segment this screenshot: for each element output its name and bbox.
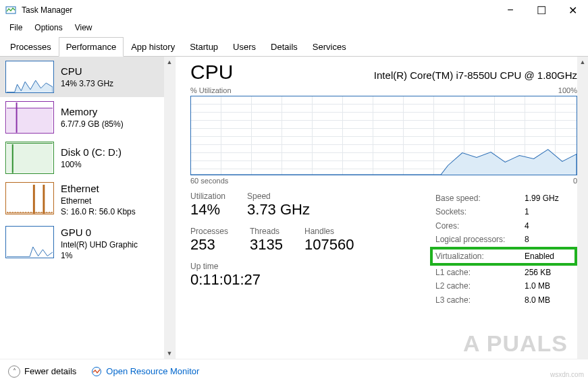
stat-handles: Handles 107560 xyxy=(304,227,354,254)
processes-value: 253 xyxy=(190,236,228,254)
cpu-card-text: CPU 14% 3.73 GHz xyxy=(61,61,113,93)
sidebar-item-ethernet[interactable]: Ethernet Ethernet S: 16.0 R: 56.0 Kbps xyxy=(0,178,164,222)
content-scroll-up-icon[interactable]: ▲ xyxy=(577,57,588,67)
stats-left: Utilization 14% Speed 3.73 GHz Processes… xyxy=(190,192,354,307)
stats-right: Base speed:1.99 GHz Sockets:1 Cores:4 Lo… xyxy=(435,192,577,307)
stat-speed: Speed 3.73 GHz xyxy=(247,192,310,218)
svg-rect-4 xyxy=(7,143,53,173)
gpu-thumbnail xyxy=(5,226,54,258)
disk-thumbnail xyxy=(5,142,54,174)
content-pane: CPU Intel(R) Core(TM) i7-8550U CPU @ 1.8… xyxy=(176,57,588,359)
menu-options[interactable]: Options xyxy=(29,22,68,34)
open-resource-monitor-link[interactable]: Open Resource Monitor xyxy=(91,366,199,377)
disk-card-sub: 100% xyxy=(61,159,122,170)
stat-processes: Processes 253 xyxy=(190,227,228,254)
close-button[interactable]: ✕ xyxy=(557,0,588,20)
minimize-button[interactable]: − xyxy=(495,0,526,20)
tab-strip: Processes Performance App history Startu… xyxy=(0,35,588,57)
window-controls: − ☐ ✕ xyxy=(495,0,588,20)
speed-label: Speed xyxy=(247,192,310,201)
stat-uptime: Up time 0:11:01:27 xyxy=(190,262,354,289)
ethernet-card-text: Ethernet Ethernet S: 16.0 R: 56.0 Kbps xyxy=(61,182,136,218)
handles-label: Handles xyxy=(304,227,354,236)
sidebar-scrollbar[interactable]: ▲ ▼ xyxy=(164,57,175,359)
sidebar-column: CPU 14% 3.73 GHz Memory 6.7/7.9 GB (85%) xyxy=(0,57,176,359)
cpu-card-name: CPU xyxy=(61,65,113,78)
cpu-thumbnail xyxy=(5,61,54,93)
tab-users[interactable]: Users xyxy=(225,37,263,57)
kv-logical: Logical processors:8 xyxy=(435,233,577,246)
threads-value: 3135 xyxy=(250,236,283,254)
gpu-card-name: GPU 0 xyxy=(61,226,138,239)
menu-view[interactable]: View xyxy=(70,22,98,34)
menubar: File Options View xyxy=(0,20,588,35)
kv-cores: Cores:4 xyxy=(435,219,577,233)
watermark-small: wsxdn.com xyxy=(550,371,584,378)
scroll-down-icon[interactable]: ▼ xyxy=(164,348,175,359)
processes-label: Processes xyxy=(190,227,228,236)
page-title: CPU xyxy=(190,61,233,84)
kv-base-speed: Base speed:1.99 GHz xyxy=(435,192,577,205)
fewer-details-label: Fewer details xyxy=(24,366,76,376)
main-area: CPU 14% 3.73 GHz Memory 6.7/7.9 GB (85%) xyxy=(0,57,588,359)
kv-l1: L1 cache:256 KB xyxy=(435,266,577,279)
tab-processes[interactable]: Processes xyxy=(3,37,59,57)
ethernet-card-sub1: Ethernet xyxy=(61,196,136,206)
svg-rect-10 xyxy=(43,185,45,214)
kv-l3: L3 cache:8.0 MB xyxy=(435,293,577,307)
svg-rect-5 xyxy=(12,144,14,173)
sidebar: CPU 14% 3.73 GHz Memory 6.7/7.9 GB (85%) xyxy=(0,57,164,359)
scroll-up-icon[interactable]: ▲ xyxy=(164,57,175,67)
svg-rect-1 xyxy=(7,108,53,133)
ethernet-card-name: Ethernet xyxy=(61,182,136,196)
svg-rect-6 xyxy=(7,143,53,144)
gpu-card-sub2: 1% xyxy=(61,250,138,261)
chart-bottom-labels: 60 seconds 0 xyxy=(190,177,577,185)
resource-monitor-icon xyxy=(91,366,102,377)
disk-card-name: Disk 0 (C: D:) xyxy=(61,146,122,159)
disk-card-text: Disk 0 (C: D:) 100% xyxy=(61,142,122,174)
open-resource-monitor-label: Open Resource Monitor xyxy=(106,366,199,376)
stat-threads: Threads 3135 xyxy=(250,227,283,254)
maximize-button[interactable]: ☐ xyxy=(526,0,557,20)
tab-details[interactable]: Details xyxy=(263,37,305,57)
svg-rect-9 xyxy=(33,185,35,214)
tab-app-history[interactable]: App history xyxy=(124,37,182,57)
memory-card-sub: 6.7/7.9 GB (85%) xyxy=(61,119,124,129)
sidebar-item-cpu[interactable]: CPU 14% 3.73 GHz xyxy=(0,57,164,97)
sidebar-item-disk[interactable]: Disk 0 (C: D:) 100% xyxy=(0,138,164,178)
memory-card-text: Memory 6.7/7.9 GB (85%) xyxy=(61,101,124,134)
chevron-up-icon: ˄ xyxy=(8,365,20,378)
ethernet-thumbnail xyxy=(5,182,54,214)
ethernet-card-sub2: S: 16.0 R: 56.0 Kbps xyxy=(61,206,136,217)
chart-ymax: 100% xyxy=(558,86,577,94)
gpu-card-text: GPU 0 Intel(R) UHD Graphic 1% xyxy=(61,226,138,262)
kv-virtualization: Virtualization:Enabled xyxy=(430,247,577,266)
content-scrollbar[interactable]: ▲ xyxy=(577,57,588,359)
memory-thumbnail xyxy=(5,101,54,134)
menu-file[interactable]: File xyxy=(4,22,28,34)
content-header: CPU Intel(R) Core(TM) i7-8550U CPU @ 1.8… xyxy=(190,61,577,86)
fewer-details-button[interactable]: ˄ Fewer details xyxy=(8,365,76,378)
task-manager-icon xyxy=(5,5,16,16)
tab-performance[interactable]: Performance xyxy=(59,37,124,57)
tab-services[interactable]: Services xyxy=(305,37,354,57)
sidebar-item-memory[interactable]: Memory 6.7/7.9 GB (85%) xyxy=(0,97,164,138)
speed-value: 3.73 GHz xyxy=(247,201,310,218)
handles-value: 107560 xyxy=(304,236,354,254)
stat-utilization: Utilization 14% xyxy=(190,192,225,218)
utilization-label: Utilization xyxy=(190,192,225,201)
chart-ylabel: % Utilization xyxy=(190,86,232,94)
chart-xleft: 60 seconds xyxy=(190,177,228,185)
cpu-card-sub: 14% 3.73 GHz xyxy=(61,78,113,89)
kv-l2: L2 cache:1.0 MB xyxy=(435,279,577,293)
memory-card-name: Memory xyxy=(61,105,124,119)
tab-startup[interactable]: Startup xyxy=(182,37,225,57)
sidebar-item-gpu[interactable]: GPU 0 Intel(R) UHD Graphic 1% xyxy=(0,222,164,266)
svg-rect-3 xyxy=(16,102,18,133)
gpu-card-sub1: Intel(R) UHD Graphic xyxy=(61,239,138,250)
svg-rect-2 xyxy=(7,108,53,109)
window-title: Task Manager xyxy=(22,5,495,15)
utilization-value: 14% xyxy=(190,201,225,218)
threads-label: Threads xyxy=(250,227,283,236)
